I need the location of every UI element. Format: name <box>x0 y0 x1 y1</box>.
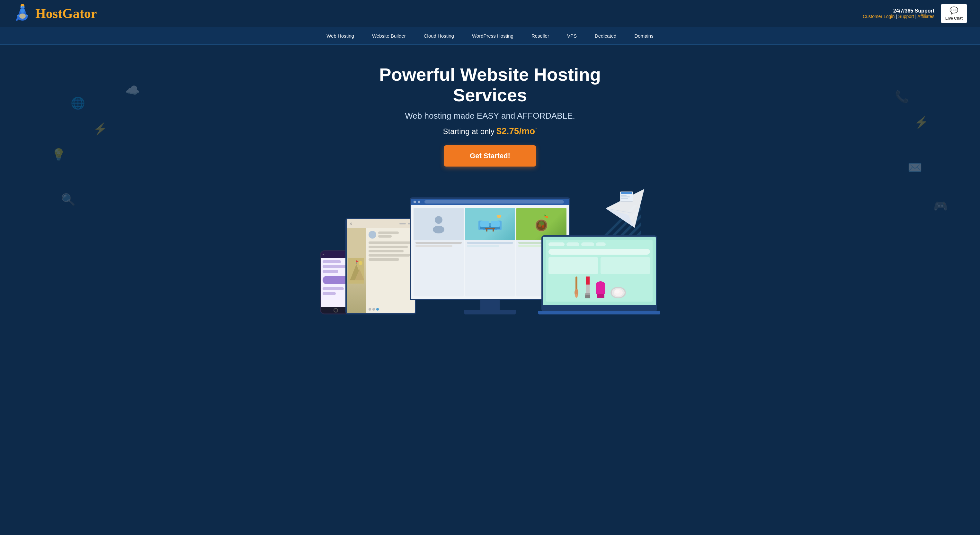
monitor-profile-image <box>414 208 464 240</box>
nav-item-wordpress-hosting[interactable]: WordPress Hosting <box>463 27 522 45</box>
hero-subtitle: Web hosting made EASY and AFFORDABLE. <box>405 111 575 121</box>
globe-deco-icon: 🌐 <box>71 96 85 110</box>
tablet-body <box>347 228 415 313</box>
paper-plane-icon <box>603 186 648 231</box>
svg-rect-19 <box>621 198 628 199</box>
monitor-stand <box>480 300 500 310</box>
hero-title: Powerful Website Hosting Services <box>345 64 635 106</box>
branch-deco-icon: ⚡ <box>93 122 108 136</box>
nav-item-vps[interactable]: VPS <box>558 27 586 45</box>
nav-item-domains[interactable]: Domains <box>625 27 662 45</box>
monitor-sofa-image <box>465 208 515 240</box>
tablet-dot-3 <box>376 308 379 311</box>
nav-item-reseller[interactable]: Reseller <box>522 27 558 45</box>
phone-deco-icon: 📞 <box>895 90 909 104</box>
svg-point-23 <box>359 261 363 265</box>
envelope-deco-icon: ✉️ <box>908 161 922 174</box>
monitor-url-bar <box>425 200 564 203</box>
monitor-dot-1 <box>414 201 416 203</box>
hero-price-amount: $2.75/mo <box>496 126 535 136</box>
tablet-nav-line-1 <box>399 223 406 224</box>
affiliates-link[interactable]: Affiliates <box>917 14 934 19</box>
lightning-deco-icon: ⚡ <box>914 116 929 129</box>
svg-rect-46 <box>576 276 578 289</box>
tablet-subtitle-line <box>378 235 392 238</box>
svg-point-43 <box>538 224 541 227</box>
tablet-left-panel <box>347 228 366 313</box>
logo-area: HostGator <box>13 4 97 23</box>
svg-rect-49 <box>586 283 590 294</box>
tablet-nav-footer <box>369 308 412 311</box>
svg-rect-17 <box>621 195 627 196</box>
monitor-card-sofa-text <box>465 240 515 249</box>
svg-rect-33 <box>491 221 500 227</box>
laptop-search-bar <box>549 249 650 255</box>
laptop-nav-pill-3 <box>581 243 594 246</box>
sofa-icon <box>477 214 503 233</box>
hero-price-text: Starting at only $2.75/mo* <box>443 126 537 136</box>
lipstick-icon <box>584 276 592 299</box>
price-prefix: Starting at only <box>443 127 497 136</box>
nail-polish-icon <box>594 281 607 299</box>
nav-item-web-hosting[interactable]: Web Hosting <box>317 27 363 45</box>
main-nav: Web Hosting Website Builder Cloud Hostin… <box>0 27 980 45</box>
monitor-card-sofa <box>465 208 515 296</box>
laptop-nav-pill-4 <box>596 243 606 246</box>
nav-item-cloud-hosting[interactable]: Cloud Hosting <box>415 27 463 45</box>
controller-deco-icon: 🎮 <box>934 199 948 213</box>
svg-rect-38 <box>493 229 494 232</box>
tablet-content-4 <box>369 254 410 257</box>
laptop-content-col-1 <box>549 257 598 274</box>
support-area: 24/7/365 Support Customer Login | Suppor… <box>863 8 934 19</box>
tablet-screen: ✕ <box>345 218 416 315</box>
monitor-card-text <box>414 240 464 249</box>
svg-point-9 <box>19 13 26 19</box>
laptop-screen-content <box>546 240 652 302</box>
live-chat-label: Live Chat <box>945 16 963 21</box>
cloud-deco-icon: ☁️ <box>125 84 140 97</box>
phone-line-1 <box>323 260 341 264</box>
nav-item-website-builder[interactable]: Website Builder <box>363 27 415 45</box>
mountain-scene-icon <box>348 258 364 284</box>
logo-text: HostGator <box>35 6 97 21</box>
nav-item-dedicated[interactable]: Dedicated <box>586 27 625 45</box>
tablet-dot-1 <box>369 308 371 311</box>
phone-menu-icon: ≡ <box>323 253 325 256</box>
svg-rect-16 <box>621 192 632 194</box>
profile-figure-icon <box>431 214 447 233</box>
svg-rect-54 <box>596 284 605 294</box>
devices-illustration: ≡ ✕ <box>313 179 667 315</box>
laptop-base <box>541 306 657 311</box>
svg-point-26 <box>435 216 442 224</box>
svg-point-4 <box>20 6 25 8</box>
food-icon <box>530 214 553 233</box>
header-right: 24/7/365 Support Customer Login | Suppor… <box>863 4 967 23</box>
laptop-bottom <box>538 311 660 315</box>
makeup-brush-icon <box>572 276 581 299</box>
site-header: HostGator 24/7/365 Support Customer Logi… <box>0 0 980 27</box>
svg-rect-32 <box>480 221 489 227</box>
phone-line-4 <box>323 287 344 290</box>
svg-rect-36 <box>485 228 495 229</box>
card-text-1 <box>415 242 462 244</box>
support-link[interactable]: Support <box>898 14 914 19</box>
customer-login-link[interactable]: Customer Login <box>863 14 894 19</box>
live-chat-button[interactable]: 💬 Live Chat <box>941 4 967 23</box>
laptop-cosmetics-area <box>549 276 650 299</box>
monitor-card-profile <box>414 208 464 296</box>
compact-mirror-icon <box>609 286 627 299</box>
monitor-base <box>464 310 516 315</box>
svg-point-8 <box>24 6 24 7</box>
separator-1: | <box>896 14 898 19</box>
bulb-deco-icon: 💡 <box>51 148 66 161</box>
support-links: Customer Login | Support | Affiliates <box>863 14 934 19</box>
phone-home-button <box>334 308 338 313</box>
phone-cta-pill <box>323 276 349 284</box>
sofa-text-1 <box>467 242 513 244</box>
hero-section: 🌐 ⚡ 💡 🔍 ☁️ 📞 ⚡ ✉️ 🎮 Powerful Website Hos… <box>0 45 980 315</box>
laptop-nav-row <box>549 243 650 246</box>
get-started-button[interactable]: Get Started! <box>444 145 536 166</box>
svg-rect-37 <box>486 229 487 232</box>
svg-rect-18 <box>621 196 630 197</box>
svg-rect-11 <box>21 4 24 6</box>
